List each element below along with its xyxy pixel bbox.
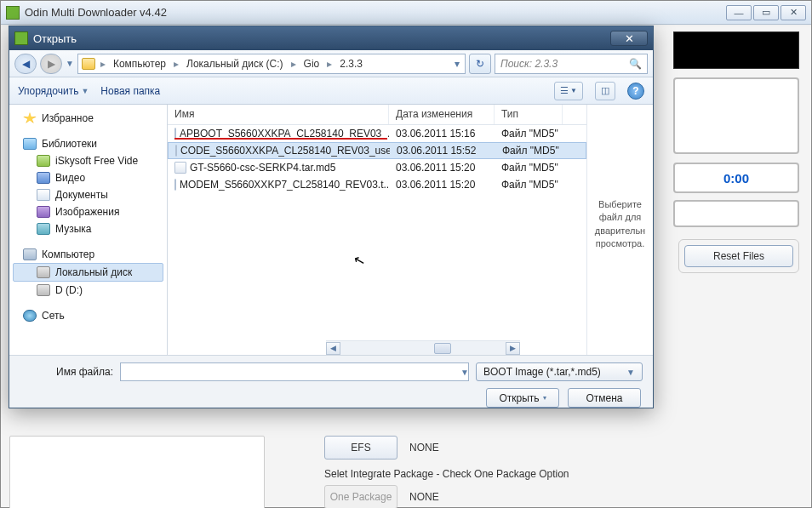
document-icon — [37, 189, 50, 201]
help-button[interactable]: ? — [627, 83, 644, 100]
dialog-main: Избранное Библиотеки iSkysoft Free Vide … — [9, 105, 653, 355]
tree-drive-c[interactable]: Локальный диск — [13, 263, 163, 282]
efs-button[interactable]: EFS — [324, 436, 397, 459]
odin-app-icon — [6, 6, 20, 20]
music-icon — [37, 223, 50, 235]
network-icon — [23, 310, 37, 322]
breadcrumb-drive[interactable]: Локальный диск (C:) — [184, 58, 286, 70]
filename-input[interactable] — [120, 362, 469, 381]
horizontal-scrollbar[interactable]: ◀ ▶ — [326, 340, 520, 355]
breadcrumb-ver[interactable]: 2.3.3 — [337, 58, 365, 70]
search-icon: 🔍 — [629, 58, 642, 70]
efs-value: NONE — [409, 442, 439, 454]
tree-music[interactable]: Музыка — [13, 220, 163, 237]
close-button[interactable]: ✕ — [781, 5, 806, 20]
tree-favorites[interactable]: Избранное — [13, 110, 163, 127]
file-rows: APBOOT_S5660XXKPA_CL258140_REV03_... 03.… — [168, 125, 586, 193]
tree-libraries[interactable]: Библиотеки — [13, 135, 163, 152]
library-icon — [23, 138, 37, 150]
drive-icon — [37, 284, 50, 296]
video-icon — [37, 172, 50, 184]
preview-pane: Выберите файл для дварительн просмотра. — [586, 105, 653, 355]
refresh-button[interactable]: ↻ — [469, 54, 491, 74]
dialog-buttons: Открыть▾ Отмена — [20, 388, 643, 408]
dialog-toolbar: Упорядочить▼ Новая папка ☰▼ ◫ ? — [9, 77, 653, 105]
app-icon — [37, 155, 50, 167]
organize-menu[interactable]: Упорядочить▼ — [18, 85, 89, 97]
col-name[interactable]: Имя — [168, 105, 389, 124]
address-bar[interactable]: ▸ Компьютер ▸ Локальный диск (C:) ▸ Gio … — [77, 54, 466, 74]
col-type[interactable]: Тип — [495, 105, 563, 124]
odin-log-box — [9, 436, 265, 508]
odin-title: Odin Multi Downloader v4.42 — [25, 6, 167, 19]
folder-icon — [82, 58, 95, 70]
dialog-icon — [14, 31, 28, 45]
dialog-title: Открыть — [33, 32, 77, 45]
odin-titlebar: Odin Multi Downloader v4.42 — ▭ ✕ — [1, 1, 811, 25]
image-icon — [37, 206, 50, 218]
onepkg-row: One Package NONE — [324, 485, 803, 508]
tree-drive-d[interactable]: D (D:) — [13, 282, 163, 299]
odin-timer: 0:00 — [673, 163, 799, 193]
dialog-titlebar: Открыть ✕ — [9, 26, 653, 50]
pkg-section-label: Selet Integrate Package - Check One Pack… — [324, 468, 803, 480]
search-input[interactable]: Поиск: 2.3.3 🔍 — [495, 54, 648, 74]
file-row[interactable]: GT-S5660-csc-SERKP4.tar.md5 03.06.2011 1… — [168, 159, 586, 176]
scroll-left-button[interactable]: ◀ — [326, 342, 340, 355]
star-icon — [23, 112, 37, 124]
odin-file-slots: EFS NONE Selet Integrate Package - Check… — [324, 436, 803, 508]
filename-dropdown-icon[interactable]: ▼ — [460, 368, 469, 377]
tree-video[interactable]: Видео — [13, 169, 163, 186]
filetype-dropdown[interactable]: BOOT Image (*.tar,*.md5) ▼ — [476, 362, 643, 381]
file-icon — [175, 145, 177, 157]
file-row[interactable]: CODE_S5660XXKPA_CL258140_REV03_use... 03… — [168, 142, 586, 159]
tree-iskysoft[interactable]: iSkysoft Free Vide — [13, 152, 163, 169]
col-date[interactable]: Дата изменения — [389, 105, 495, 124]
file-row[interactable]: APBOOT_S5660XXKPA_CL258140_REV03_... 03.… — [168, 125, 586, 142]
chevron-down-icon: ▼ — [81, 87, 89, 95]
file-row[interactable]: MODEM_S5660XXKP7_CL258140_REV03.t... 03.… — [168, 176, 586, 193]
scroll-right-button[interactable]: ▶ — [506, 342, 520, 355]
efs-row: EFS NONE — [324, 436, 803, 459]
maximize-button[interactable]: ▭ — [753, 5, 779, 20]
scroll-thumb[interactable] — [434, 343, 451, 354]
odin-slot-2 — [673, 200, 799, 227]
tree-network[interactable]: Сеть — [13, 307, 163, 324]
tree-computer[interactable]: Компьютер — [13, 246, 163, 263]
file-header[interactable]: Имя Дата изменения Тип — [168, 105, 586, 125]
one-package-value: NONE — [409, 491, 439, 503]
view-mode-button[interactable]: ☰▼ — [554, 82, 583, 100]
reset-files-button[interactable]: Reset Files — [684, 245, 793, 267]
nav-forward-button[interactable]: ▶ — [40, 54, 62, 74]
tree-documents[interactable]: Документы — [13, 186, 163, 203]
one-package-button[interactable]: One Package — [324, 485, 397, 508]
minimize-button[interactable]: — — [726, 5, 752, 20]
file-area: Имя Дата изменения Тип APBOOT_S5660XXKPA… — [168, 105, 653, 355]
scroll-track[interactable] — [340, 342, 506, 355]
nav-back-button[interactable]: ◀ — [14, 54, 37, 74]
tree-images[interactable]: Изображения — [13, 203, 163, 220]
computer-icon — [23, 248, 37, 260]
window-buttons: — ▭ ✕ — [724, 5, 806, 20]
preview-pane-button[interactable]: ◫ — [595, 82, 615, 100]
nav-tree[interactable]: Избранное Библиотеки iSkysoft Free Vide … — [9, 105, 168, 355]
breadcrumb-dropdown[interactable]: ▾ — [453, 58, 461, 70]
drive-icon — [37, 266, 50, 278]
search-placeholder: Поиск: 2.3.3 — [500, 58, 558, 70]
file-open-dialog: Открыть ✕ ◀ ▶ ▼ ▸ Компьютер ▸ Локальный … — [9, 26, 654, 408]
nav-history-dropdown[interactable]: ▼ — [66, 59, 74, 68]
filename-row: Имя файла: ▼ BOOT Image (*.tar,*.md5) ▼ — [20, 362, 643, 381]
file-list[interactable]: Имя Дата изменения Тип APBOOT_S5660XXKPA… — [168, 105, 586, 355]
dialog-close-button[interactable]: ✕ — [610, 31, 648, 46]
open-split-icon: ▾ — [543, 394, 546, 402]
dialog-bottom: Имя файла: ▼ BOOT Image (*.tar,*.md5) ▼ … — [9, 355, 653, 408]
odin-slot-1 — [673, 77, 799, 154]
file-icon — [174, 162, 186, 174]
breadcrumb-computer[interactable]: Компьютер — [111, 58, 169, 70]
cancel-button[interactable]: Отмена — [568, 388, 641, 408]
file-icon — [174, 179, 176, 191]
new-folder-button[interactable]: Новая папка — [100, 85, 160, 97]
reset-files-group: Reset Files — [678, 239, 799, 273]
open-button[interactable]: Открыть▾ — [486, 388, 559, 408]
breadcrumb-gio[interactable]: Gio — [301, 58, 323, 70]
